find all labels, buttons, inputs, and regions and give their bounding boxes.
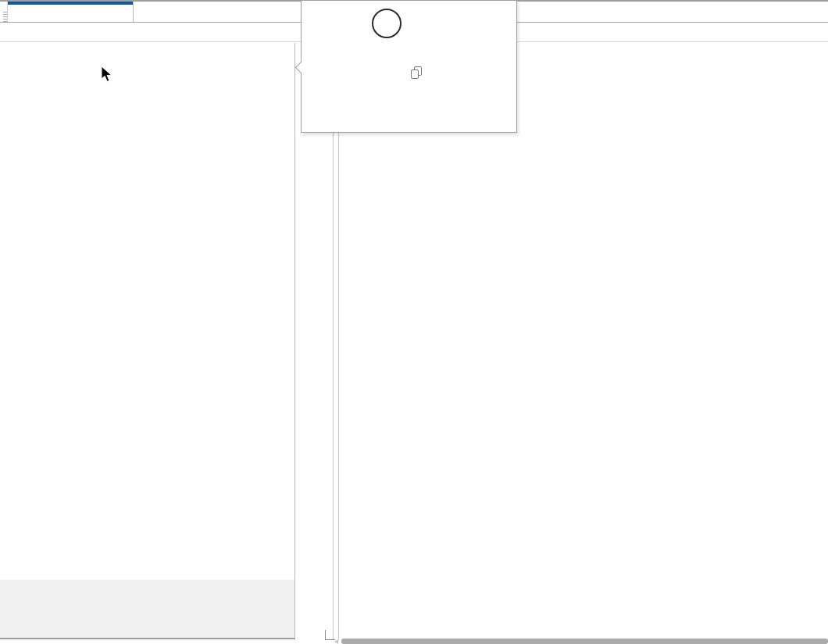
blame-tooltip xyxy=(301,0,517,133)
blame-panel-bottom-edge xyxy=(0,638,294,639)
copy-commit-id-button[interactable] xyxy=(411,66,423,79)
tooltip-callout-arrow xyxy=(295,62,308,74)
author-avatar xyxy=(372,9,402,38)
blame-gutter-divider xyxy=(294,43,295,640)
tab-generategitattributes[interactable] xyxy=(7,2,134,22)
active-tab-accent xyxy=(8,2,133,5)
new-tab-button[interactable] xyxy=(137,2,156,21)
blame-panel-footer xyxy=(0,580,294,638)
editor-window xyxy=(0,0,828,644)
horizontal-scrollbar[interactable] xyxy=(341,639,828,644)
hscroll-left-arrow[interactable] xyxy=(334,639,338,644)
mouse-cursor xyxy=(101,66,113,86)
